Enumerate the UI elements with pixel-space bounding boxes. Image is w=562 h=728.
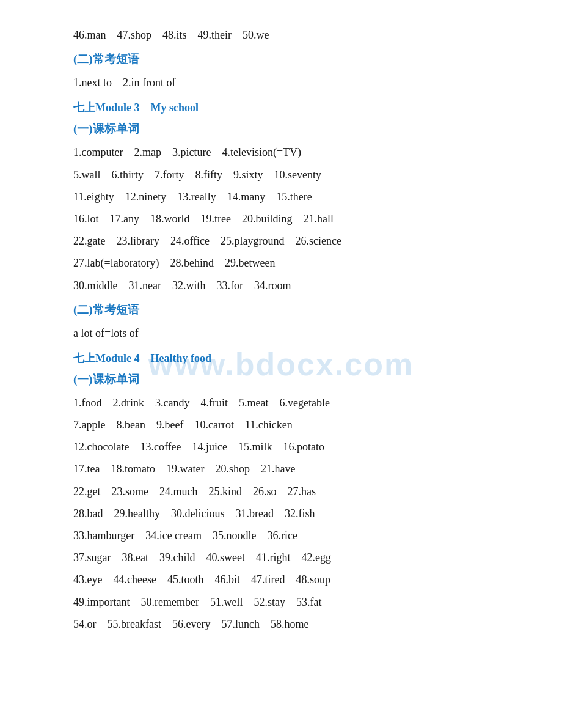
section-heading-er-changkao-3: (二)常考短语 [73,302,501,318]
module4-word-line-9: 43.eye 44.cheese 45.tooth 46.bit 47.tire… [73,569,501,590]
module3-word-line-4: 16.lot 17.any 18.world 19.tree 20.buildi… [73,208,501,229]
intro-words-line: 46.man 47.shop 48.its 49.their 50.we [73,24,501,45]
module4-word-line-4: 17.tea 18.tomato 19.water 20.shop 21.hav… [73,458,501,479]
section-heading-yi-kecheng-3: (一)课标单词 [73,121,501,137]
module4-word-line-7: 33.hamburger 34.ice cream 35.noodle 36.r… [73,525,501,546]
changkao-line-1: 1.next to 2.in front of [73,72,501,93]
module4-word-line-8: 37.sugar 38.eat 39.child 40.sweet 41.rig… [73,547,501,568]
module4-word-line-6: 28.bad 29.healthy 30.delicious 31.bread … [73,503,501,524]
module4-word-line-1: 1.food 2.drink 3.candy 4.fruit 5.meat 6.… [73,392,501,413]
module4-heading: 七上Module 4 Healthy food [73,351,501,366]
section-heading-er-changkao-1: (二)常考短语 [73,51,501,67]
section-heading-yi-kecheng-4: (一)课标单词 [73,372,501,388]
module3-heading: 七上Module 3 My school [73,100,501,115]
module4-word-line-5: 22.get 23.some 24.much 25.kind 26.so 27.… [73,481,501,502]
module4-word-line-11: 54.or 55.breakfast 56.every 57.lunch 58.… [73,614,501,634]
module3-word-line-3: 11.eighty 12.ninety 13.really 14.many 15… [73,186,501,207]
module3-word-line-5: 22.gate 23.library 24.office 25.playgrou… [73,230,501,251]
module4-word-line-3: 12.chocolate 13.coffee 14.juice 15.milk … [73,436,501,457]
module3-word-line-2: 5.wall 6.thirty 7.forty 8.fifty 9.sixty … [73,164,501,185]
module4-word-line-2: 7.apple 8.bean 9.beef 10.carrot 11.chick… [73,414,501,435]
module3-changkao-line: a lot of=lots of [73,323,501,344]
page-content: 46.man 47.shop 48.its 49.their 50.we (二)… [73,24,501,634]
module3-word-line-7: 30.middle 31.near 32.with 33.for 34.room [73,275,501,296]
module3-word-line-6: 27.lab(=laboratory) 28.behind 29.between [73,252,501,273]
module3-word-line-1: 1.computer 2.map 3.picture 4.television(… [73,142,501,163]
module4-word-line-10: 49.important 50.remember 51.well 52.stay… [73,592,501,612]
